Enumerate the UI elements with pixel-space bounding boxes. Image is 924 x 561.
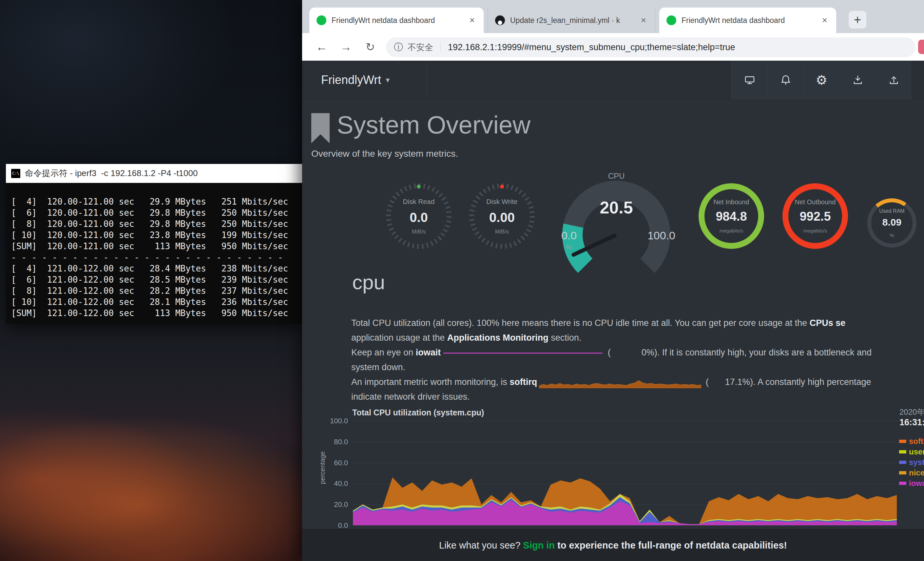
used-ram-gauge[interactable]: Used RAM 8.09 % (867, 199, 916, 248)
tab-github-update[interactable]: Update r2s_lean_minimal.yml · k × (488, 8, 656, 33)
new-tab-button[interactable]: + (849, 11, 866, 29)
tab-close-icon[interactable]: × (638, 15, 649, 26)
tab-close-icon[interactable]: × (466, 15, 478, 26)
tab-title: FriendlyWrt netdata dashboard (681, 16, 816, 25)
terminal-line: [ 8] 120.00-121.00 sec 29.8 MBytes 250 M… (11, 218, 302, 230)
display-button[interactable] (731, 61, 767, 99)
signin-bar: Like what you see? Sign in to experience… (302, 529, 924, 561)
gauge-dot (500, 185, 504, 188)
settings-button[interactable]: ⚙ (803, 61, 840, 99)
back-button[interactable]: ← (312, 37, 332, 57)
gauge-label: Net Outbound (783, 199, 848, 206)
gauge-min: 0.0 (561, 229, 577, 242)
terminal-line: - - - - - - - - - - - - - - - - - - - - … (11, 252, 302, 263)
legend-item-nice[interactable]: nice (899, 468, 924, 477)
browser-toolbar: ← → ↻ ⓘ 不安全 192.168.2.1:19999/#menu_syst… (302, 33, 924, 61)
gauge-unit: MiB/s (386, 229, 452, 235)
signin-link[interactable]: Sign in (523, 540, 555, 551)
terminal-line: [ 6] 121.00-122.00 sec 28.5 MBytes 239 M… (11, 274, 302, 285)
y-axis-tick-label: 100.0 (330, 417, 348, 425)
text-segment: 0%). If it is constantly high, your disk… (642, 347, 872, 357)
terminal-line: [SUM] 120.00-121.00 sec 113 MBytes 950 M… (11, 241, 302, 252)
legend-item-iowait[interactable]: iowait (899, 479, 924, 488)
gauge-value: 992.5 (783, 209, 848, 224)
tab-friendlywrt-netdata-1[interactable]: FriendlyWrt netdata dashboard × (309, 8, 484, 33)
cpu-description-line: Keep an eye on iowait (0%). If it is con… (351, 345, 924, 360)
text-segment: ( (703, 377, 709, 387)
cpu-description: Total CPU utilization (all cores). 100% … (351, 316, 924, 404)
forward-button[interactable]: → (336, 37, 356, 57)
tab-title: FriendlyWrt netdata dashboard (332, 16, 463, 25)
chart-date: 2020年3 (899, 407, 924, 417)
legend-swatch (899, 440, 906, 443)
chevron-down-icon: ▾ (386, 75, 390, 84)
terminal-titlebar[interactable]: C:\ 命令提示符 - iperf3 -c 192.168.1.2 -P4 -t… (6, 164, 302, 183)
chart-time: 16:31:2 (899, 417, 924, 427)
gauge-label: Disk Read (386, 198, 452, 206)
disk-read-gauge[interactable]: Disk Read 0.0 MiB/s (386, 183, 452, 249)
reload-button[interactable]: ↻ (360, 37, 380, 57)
gauge-unit: megabits/s (783, 228, 848, 233)
inline-link[interactable]: CPUs se (810, 318, 846, 328)
cpu-description-line: system down. (351, 360, 924, 375)
address-bar[interactable]: ⓘ 不安全 192.168.2.1:19999/#menu_system_sub… (386, 38, 915, 57)
gauge-unit: % (566, 244, 572, 251)
cpu-utilization-chart[interactable] (353, 421, 897, 526)
alerts-button[interactable] (767, 61, 803, 99)
tab-close-icon[interactable]: × (819, 15, 830, 26)
netdata-favicon (666, 15, 676, 25)
extension-icon[interactable] (918, 40, 924, 54)
netdata-favicon (316, 15, 326, 25)
text-segment: Keep an eye on (351, 347, 416, 357)
legend-item-user[interactable]: user (899, 447, 924, 456)
text-segment: iowait (416, 347, 441, 357)
gauge-unit: megabits/s (699, 228, 764, 233)
chart-title: Total CPU utilization (system.cpu) (352, 408, 484, 417)
gauge-value: 0.00 (469, 210, 535, 225)
cpu-chart-canvas[interactable] (353, 421, 897, 525)
gauge-unit: MiB/s (469, 229, 535, 235)
cpu-description-line: application usage at the Applications Mo… (351, 331, 924, 345)
iowait-sparkline (443, 352, 603, 354)
page-title: System Overview (337, 110, 531, 139)
legend-item-softirq[interactable]: softirq (899, 437, 924, 446)
gauge-value: 20.5 (557, 198, 675, 217)
brand-dropdown[interactable]: FriendlyWrt ▾ (321, 61, 390, 99)
tab-friendlywrt-netdata-2[interactable]: FriendlyWrt netdata dashboard × (659, 8, 836, 33)
gauge-label: Used RAM (867, 208, 916, 214)
legend-label: system (909, 458, 924, 467)
cpu-description-line: Total CPU utilization (all cores). 100% … (351, 316, 924, 331)
section-title-cpu: cpu (352, 271, 385, 294)
y-axis-tick-label: 0.0 (338, 521, 348, 530)
text-segment: Total CPU utilization (all cores). 100% … (351, 318, 810, 328)
gauge-label: Net Inbound (699, 199, 764, 206)
github-favicon (495, 15, 505, 25)
info-icon[interactable]: ⓘ (394, 41, 403, 53)
gauge-value: 8.09 (867, 217, 916, 228)
cpu-gauge[interactable]: CPU 20.5 0.0 100.0 % (557, 171, 675, 270)
net-outbound-gauge[interactable]: Net Outbound 992.5 megabits/s (783, 183, 848, 249)
security-label: 不安全 (408, 42, 433, 53)
page-subtitle: Overview of the key system metrics. (311, 149, 458, 159)
upload-icon (888, 74, 900, 86)
gauge-needle (571, 233, 617, 257)
text-segment: application usage at the (351, 333, 447, 343)
legend-swatch (899, 482, 906, 485)
legend-label: nice (909, 468, 924, 477)
netdata-page: FriendlyWrt ▾ (302, 61, 924, 561)
netdata-header: FriendlyWrt ▾ (302, 61, 924, 99)
inline-link[interactable]: Applications Monitoring (447, 333, 549, 343)
export-button[interactable] (876, 61, 912, 99)
net-inbound-gauge[interactable]: Net Inbound 984.8 megabits/s (699, 183, 764, 249)
disk-write-gauge[interactable]: Disk Write 0.00 MiB/s (469, 183, 535, 249)
import-button[interactable] (840, 61, 876, 99)
gauge-max: 100.0 (648, 229, 675, 242)
text-segment: ( (605, 347, 611, 357)
browser-window: FriendlyWrt netdata dashboard × Update r… (302, 0, 924, 561)
terminal-body: [ 4] 120.00-121.00 sec 29.9 MBytes 251 M… (6, 183, 302, 324)
cmd-icon: C:\ (11, 169, 20, 178)
brand-name: FriendlyWrt (321, 73, 381, 87)
legend-item-system[interactable]: system (899, 458, 924, 467)
text-segment: section. (549, 333, 582, 343)
text-segment: system down. (351, 362, 405, 372)
